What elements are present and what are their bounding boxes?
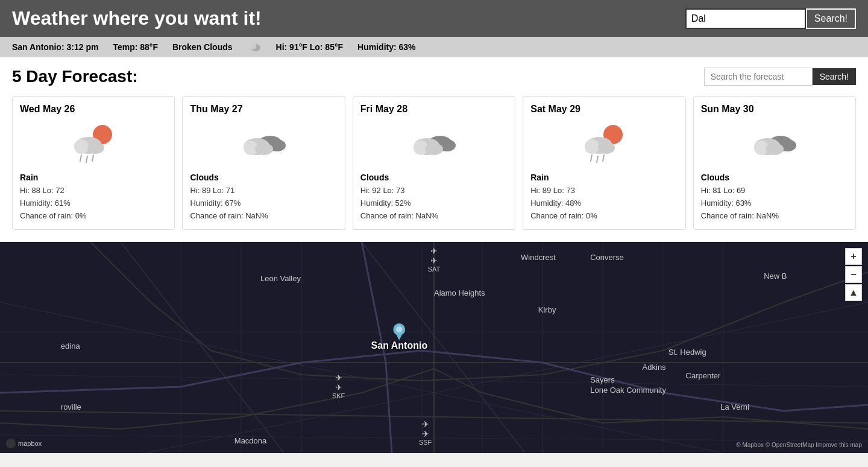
forecast-card: Wed May 26 Rain Hi: 88 Lo: 72Humidity: 6…: [12, 96, 175, 230]
card-details: Hi: 89 Lo: 73Humidity: 48%Chance of rain…: [530, 185, 678, 222]
forecast-search-input[interactable]: [704, 68, 813, 86]
map-label: Windcrest: [521, 253, 556, 262]
forecast-header: 5 Day Forecast: Search!: [12, 67, 856, 86]
card-description: Rain: [530, 173, 678, 182]
map-attribution: © Mapbox © OpenStreetMap Improve this ma…: [736, 442, 862, 448]
status-humidity: Humidity: 63%: [357, 42, 415, 52]
map-zoom-out-button[interactable]: −: [845, 266, 862, 283]
svg-line-7: [86, 156, 87, 162]
svg-point-13: [255, 143, 273, 155]
map-container: WindcrestConverseLeon ValleyAlamo Height…: [0, 242, 868, 453]
map-label: St. Hedwig: [668, 348, 706, 357]
map-label: Macdona: [234, 436, 266, 445]
map-label: edina: [61, 342, 80, 351]
forecast-card: Sat May 29 Rain Hi: 89 Lo: 73Humidity: 4…: [523, 96, 685, 230]
card-day-label: Thu May 27: [190, 104, 337, 115]
mapbox-logo-text: mapbox: [18, 440, 42, 447]
broken-clouds-icon: [247, 42, 262, 52]
map-background: [0, 242, 868, 453]
card-icon-area: [360, 119, 508, 168]
svg-point-1: [250, 43, 256, 49]
map-label: Lone Oak Community: [590, 386, 666, 395]
status-temp: Temp: 88°F: [113, 42, 158, 52]
svg-point-22: [598, 142, 615, 154]
svg-point-21: [585, 139, 599, 154]
forecast-section: 5 Day Forecast: Search! Wed May 26 Rain …: [0, 57, 868, 242]
airport-marker: ✈SAT: [428, 246, 441, 273]
map-controls: + − ▲: [845, 248, 862, 301]
clouds-icon: [240, 122, 288, 165]
svg-marker-54: [395, 333, 403, 340]
card-icon-area: [530, 119, 678, 168]
svg-point-18: [425, 143, 443, 155]
card-day-label: Sat May 29: [530, 104, 678, 115]
svg-point-30: [766, 143, 784, 155]
mapbox-logo-icon: [6, 439, 16, 448]
map-label: Kirby: [538, 305, 556, 314]
map-pin-icon: [393, 323, 405, 340]
svg-line-8: [92, 155, 93, 161]
forecast-card: Sun May 30 Clouds Hi: 81 Lo: 69Humidity:…: [693, 96, 856, 230]
forecast-card: Thu May 27 Clouds Hi: 89 Lo: 71Humidity:…: [182, 96, 345, 230]
rain-icon: [580, 122, 628, 165]
map-reset-button[interactable]: ▲: [845, 284, 862, 301]
svg-point-4: [74, 139, 89, 154]
card-description: Rain: [20, 173, 167, 182]
status-condition: Broken Clouds: [172, 42, 233, 52]
clouds-icon: [410, 122, 458, 165]
card-description: Clouds: [360, 173, 508, 182]
map-city-label: San Antonio: [371, 340, 428, 351]
airport-marker: ✈SSF: [419, 419, 432, 446]
status-location: San Antonio: 3:12 pm: [12, 42, 98, 52]
forecast-title: 5 Day Forecast:: [12, 67, 138, 86]
svg-line-23: [591, 155, 592, 161]
airport-marker: ✈SKF: [332, 373, 345, 399]
map-label: Adkins: [643, 363, 666, 372]
svg-point-5: [87, 142, 104, 154]
map-label: Leon Valley: [260, 274, 301, 283]
card-description: Clouds: [190, 173, 337, 182]
svg-line-24: [597, 156, 598, 162]
card-details: Hi: 89 Lo: 71Humidity: 67%Chance of rain…: [190, 185, 337, 222]
forecast-search-area: Search!: [704, 68, 856, 86]
card-description: Clouds: [701, 173, 848, 182]
map-label: Converse: [590, 253, 624, 262]
header-search-area: Search!: [685, 8, 856, 29]
forecast-cards: Wed May 26 Rain Hi: 88 Lo: 72Humidity: 6…: [12, 96, 856, 230]
map-label: Alamo Heights: [434, 288, 485, 297]
map-label: Sayers: [590, 375, 614, 384]
rain-icon: [69, 122, 118, 165]
map-label: New B: [764, 272, 787, 281]
card-day-label: Fri May 28: [360, 104, 508, 115]
svg-point-53: [396, 326, 402, 332]
app-header: Weather where you want it! Search!: [0, 0, 868, 37]
header-search-input[interactable]: [685, 8, 806, 29]
map-section: WindcrestConverseLeon ValleyAlamo Height…: [0, 242, 868, 453]
card-details: Hi: 88 Lo: 72Humidity: 61%Chance of rain…: [20, 185, 167, 222]
map-zoom-in-button[interactable]: +: [845, 248, 862, 265]
forecast-card: Fri May 28 Clouds Hi: 92 Lo: 73Humidity:…: [353, 96, 515, 230]
svg-line-25: [603, 155, 604, 161]
card-details: Hi: 81 Lo: 69Humidity: 63%Chance of rain…: [701, 185, 848, 222]
status-bar: San Antonio: 3:12 pm Temp: 88°F Broken C…: [0, 37, 868, 57]
svg-line-6: [80, 155, 81, 161]
header-search-button[interactable]: Search!: [806, 8, 856, 29]
card-icon-area: [701, 119, 848, 168]
card-day-label: Wed May 26: [20, 104, 167, 115]
card-day-label: Sun May 30: [701, 104, 848, 115]
status-hilo: Hi: 91°F Lo: 85°F: [276, 42, 344, 52]
map-label: roville: [61, 402, 81, 411]
map-label: Carpenter: [686, 371, 721, 380]
map-label: La Verni: [720, 402, 749, 411]
card-details: Hi: 92 Lo: 73Humidity: 52%Chance of rain…: [360, 185, 508, 222]
card-icon-area: [20, 119, 167, 168]
forecast-search-button[interactable]: Search!: [813, 68, 856, 85]
card-icon-area: [190, 119, 337, 168]
mapbox-logo: mapbox: [6, 439, 42, 448]
app-title: Weather where you want it!: [12, 7, 262, 30]
map-city-marker: San Antonio: [371, 323, 428, 351]
clouds-icon: [750, 122, 799, 165]
